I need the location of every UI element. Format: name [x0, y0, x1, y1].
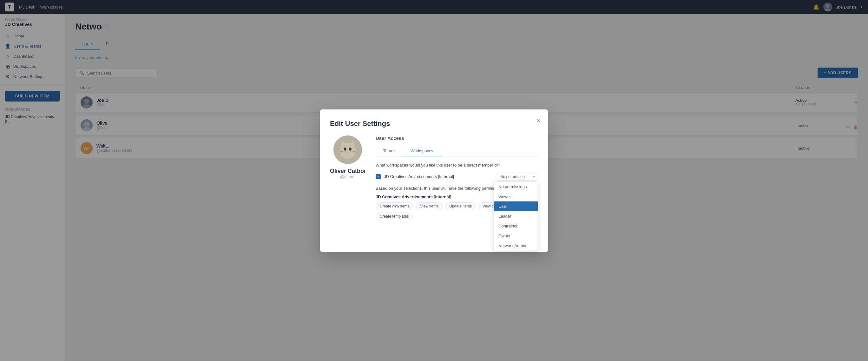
modal-tabs: Teams Workspaces — [376, 146, 538, 156]
modal-body: Oliver Catboi @catboi User Access Teams … — [330, 136, 538, 242]
modal-access-panel: User Access Teams Workspaces What worksp… — [376, 136, 538, 242]
dropdown-option-contractor[interactable]: Contractor — [494, 221, 538, 231]
permission-tag-update-items: Update items — [445, 202, 476, 210]
dropdown-option-network-admin[interactable]: Network Admin — [494, 241, 538, 250]
svg-point-10 — [344, 148, 346, 151]
edit-user-settings-modal: Edit User Settings × — [320, 110, 548, 252]
permission-dropdown[interactable]: No permissions ▼ No permissions Viewer U… — [497, 173, 538, 181]
dropdown-option-viewer[interactable]: Viewer — [494, 191, 538, 202]
permission-dropdown-menu: No permissions Viewer User Leader Contra… — [494, 181, 538, 251]
permission-select[interactable]: No permissions — [497, 173, 538, 181]
modal-tab-workspaces[interactable]: Workspaces — [403, 146, 441, 156]
permission-tag-create-templates: Create templates — [376, 213, 413, 220]
dropdown-option-owner[interactable]: Owner — [494, 231, 538, 241]
permission-tag-create-new-items: Create new items — [376, 202, 413, 210]
dropdown-option-leader[interactable]: Leader — [494, 211, 538, 221]
checkmark-icon: ✓ — [377, 175, 379, 178]
svg-point-11 — [349, 148, 351, 151]
modal-tab-teams[interactable]: Teams — [376, 146, 403, 156]
modal-avatar — [334, 136, 362, 164]
modal-title: Edit User Settings — [330, 120, 538, 128]
modal-question: What workspaces would you like this user… — [376, 163, 538, 168]
modal-overlay: Edit User Settings × — [0, 0, 868, 361]
workspace-row: ✓ JD Creatives Advertisements [Internal]… — [376, 173, 538, 181]
modal-section-title: User Access — [376, 136, 538, 141]
workspace-checkbox[interactable]: ✓ — [376, 174, 381, 179]
workspace-name: JD Creatives Advertisements [Internal] — [384, 174, 494, 179]
dropdown-option-user[interactable]: User — [494, 202, 538, 211]
dropdown-option-no-permissions[interactable]: No permissions — [494, 182, 538, 191]
modal-user-name: Oliver Catboi — [330, 168, 366, 175]
modal-user-panel: Oliver Catboi @catboi — [330, 136, 366, 242]
permission-tag-view-items: View items — [416, 202, 442, 210]
modal-close-button[interactable]: × — [537, 117, 540, 124]
modal-user-handle: @catboi — [340, 175, 355, 179]
